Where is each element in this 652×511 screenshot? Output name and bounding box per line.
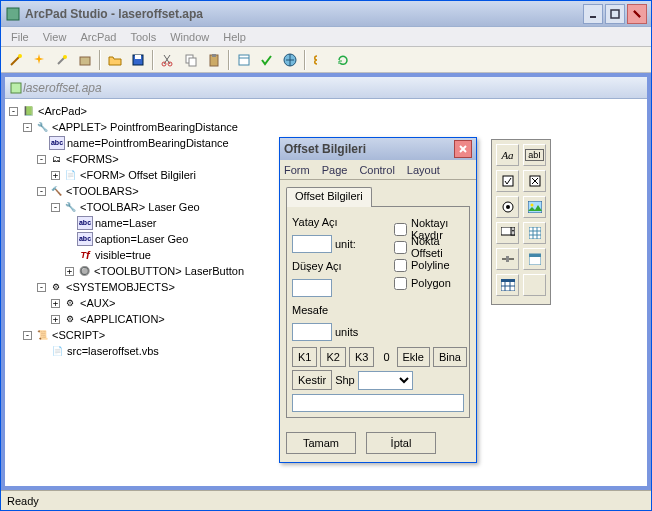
svg-rect-42 — [506, 256, 509, 262]
btn-k1[interactable]: K1 — [292, 347, 317, 367]
mdi-titlebar: laseroffset.apa — [5, 77, 647, 99]
btn-kestir[interactable]: Kestir — [292, 370, 332, 390]
input-result[interactable] — [292, 394, 464, 412]
dmenu-control[interactable]: Control — [359, 164, 394, 176]
forms-icon: 🗂 — [48, 152, 64, 166]
menu-view[interactable]: View — [37, 29, 73, 45]
btn-ekle[interactable]: Ekle — [397, 347, 430, 367]
tool-wand2-icon[interactable] — [51, 49, 73, 71]
tool-box-icon[interactable] — [74, 49, 96, 71]
tool-save-icon[interactable] — [127, 49, 149, 71]
dmenu-layout[interactable]: Layout — [407, 164, 440, 176]
tool-cut-icon[interactable] — [157, 49, 179, 71]
arcpad-icon: 📗 — [20, 104, 36, 118]
dialog-body: Offset Bilgileri Yatay Açı unit: Düşey A… — [280, 180, 476, 424]
tree-node[interactable]: src=laseroffset.vbs — [67, 343, 159, 359]
btn-bina[interactable]: Bina — [433, 347, 467, 367]
input-mesafe[interactable] — [292, 323, 332, 341]
chk-noktayi[interactable] — [394, 223, 407, 236]
tree-node[interactable]: <ArcPad> — [38, 103, 87, 119]
tool-empty[interactable] — [523, 274, 546, 296]
chk-polyline[interactable] — [394, 259, 407, 272]
tree-node[interactable]: <FORMS> — [66, 151, 119, 167]
menu-arcpad[interactable]: ArcPad — [74, 29, 122, 45]
input-dusey[interactable] — [292, 279, 332, 297]
tool-checkbox-icon[interactable] — [496, 170, 519, 192]
units-label: units — [335, 326, 358, 338]
mdi-client: laseroffset.apa -📗<ArcPad> -🔧<APPLET> Po… — [1, 73, 651, 490]
tree-view[interactable]: -📗<ArcPad> -🔧<APPLET> PointfromBearingDi… — [9, 103, 269, 359]
svg-rect-26 — [503, 176, 513, 186]
svg-rect-20 — [239, 55, 249, 65]
chk-nokta[interactable] — [394, 241, 407, 254]
btn-iptal[interactable]: İptal — [366, 432, 436, 454]
tool-table-icon[interactable] — [496, 274, 519, 296]
tree-node[interactable]: <APPLICATION> — [80, 311, 165, 327]
shp-select[interactable] — [358, 371, 413, 390]
input-yatay[interactable] — [292, 235, 332, 253]
tool-close-icon[interactable] — [523, 170, 546, 192]
svg-rect-11 — [135, 55, 141, 59]
tab-offset[interactable]: Offset Bilgileri — [286, 187, 372, 207]
svg-rect-36 — [529, 227, 541, 239]
zero-label: 0 — [383, 351, 389, 363]
tree-node[interactable]: <FORM> Offset Bilgileri — [80, 167, 196, 183]
tool-radio-icon[interactable] — [496, 196, 519, 218]
dialog-titlebar[interactable]: Offset Bilgileri — [280, 138, 476, 160]
tree-node[interactable]: <TOOLBARS> — [66, 183, 139, 199]
control-toolbox: Aa abI — [491, 139, 551, 305]
tree-node[interactable]: caption=Laser Geo — [95, 231, 188, 247]
tool-slider-icon[interactable] — [496, 248, 519, 270]
tool-date-icon[interactable] — [523, 248, 546, 270]
menu-help[interactable]: Help — [217, 29, 252, 45]
tree-node[interactable]: <SYSTEMOBJECTS> — [66, 279, 175, 295]
close-button[interactable] — [627, 4, 647, 24]
tool-open-icon[interactable] — [104, 49, 126, 71]
menu-window[interactable]: Window — [164, 29, 215, 45]
tool-image-icon[interactable] — [523, 196, 546, 218]
tool-sparkle-icon[interactable] — [28, 49, 50, 71]
app-icon: ⚙ — [62, 312, 78, 326]
btn-k3[interactable]: K3 — [349, 347, 374, 367]
tool-script-icon[interactable] — [309, 49, 331, 71]
chk-label: Nokta Offseti — [411, 235, 464, 259]
svg-rect-44 — [529, 254, 541, 257]
tree-node[interactable]: <AUX> — [80, 295, 115, 311]
shp-label: Shp — [335, 374, 355, 386]
content-area: -📗<ArcPad> -🔧<APPLET> PointfromBearingDi… — [5, 99, 647, 486]
tree-node[interactable]: name=PointfromBearingDistance — [67, 135, 229, 151]
tool-refresh-icon[interactable] — [332, 49, 354, 71]
maximize-button[interactable] — [605, 4, 625, 24]
dialog-close-button[interactable] — [454, 140, 472, 158]
tree-node[interactable]: name=Laser — [95, 215, 156, 231]
tree-node[interactable]: <TOOLBUTTON> LaserButton — [94, 263, 244, 279]
abc-icon: abc — [77, 232, 93, 246]
tool-combo-icon[interactable] — [496, 222, 519, 244]
tree-node[interactable]: visible=true — [95, 247, 151, 263]
tree-node[interactable]: <APPLET> PointfromBearingDistance — [52, 119, 238, 135]
tool-paste-icon[interactable] — [203, 49, 225, 71]
tree-node[interactable]: <SCRIPT> — [52, 327, 105, 343]
tree-node[interactable]: <TOOLBAR> Laser Geo — [80, 199, 200, 215]
svg-point-33 — [530, 204, 533, 207]
tool-form-icon[interactable] — [233, 49, 255, 71]
toolbar-icon: 🔧 — [62, 200, 78, 214]
tool-copy-icon[interactable] — [180, 49, 202, 71]
tool-textbox-icon[interactable]: abI — [523, 144, 546, 166]
menu-tools[interactable]: Tools — [124, 29, 162, 45]
btn-k2[interactable]: K2 — [320, 347, 345, 367]
label-yatay: Yatay Açı — [292, 216, 347, 228]
dmenu-form[interactable]: Form — [284, 164, 310, 176]
dmenu-page[interactable]: Page — [322, 164, 348, 176]
menu-file[interactable]: File — [5, 29, 35, 45]
minimize-button[interactable] — [583, 4, 603, 24]
tool-label-icon[interactable]: Aa — [496, 144, 519, 166]
tool-wand-icon[interactable] — [5, 49, 27, 71]
svg-rect-2 — [611, 10, 619, 18]
tool-globe-icon[interactable] — [279, 49, 301, 71]
chk-polygon[interactable] — [394, 277, 407, 290]
svg-rect-17 — [189, 58, 196, 66]
tool-verify-icon[interactable] — [256, 49, 278, 71]
btn-tamam[interactable]: Tamam — [286, 432, 356, 454]
tool-grid-icon[interactable] — [523, 222, 546, 244]
